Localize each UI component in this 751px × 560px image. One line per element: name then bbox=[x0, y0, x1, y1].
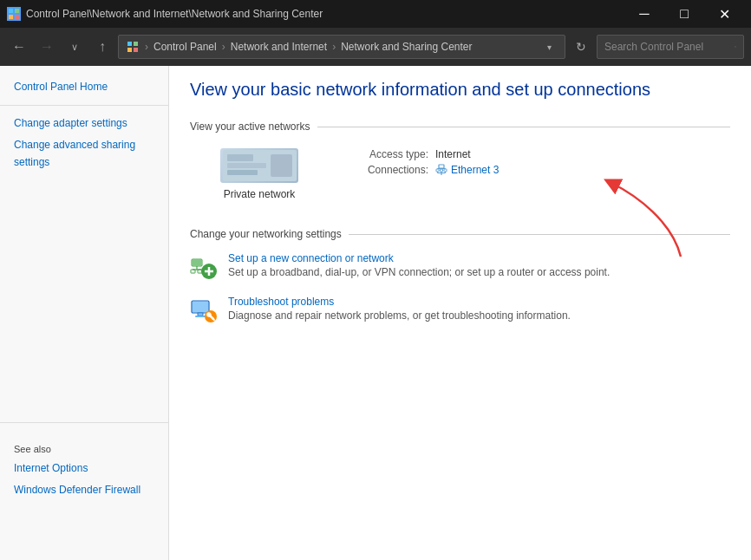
main-area: Control Panel Home Change adapter settin… bbox=[0, 66, 751, 560]
breadcrumb-cp: Control Panel bbox=[153, 41, 217, 53]
back-button[interactable]: ← bbox=[7, 35, 31, 59]
svg-rect-4 bbox=[127, 42, 132, 46]
svg-rect-31 bbox=[193, 260, 201, 265]
network-name: Private network bbox=[224, 188, 296, 200]
active-networks-header: View your active networks bbox=[190, 120, 730, 133]
svg-rect-0 bbox=[9, 9, 13, 13]
maximize-button[interactable]: □ bbox=[664, 0, 704, 28]
address-bar: ← → ∨ ↑ › Control Panel › Network and In… bbox=[0, 28, 751, 66]
network-icon-image bbox=[220, 148, 298, 183]
new-connection-icon-svg bbox=[190, 252, 218, 280]
dropdown-button[interactable]: ∨ bbox=[62, 35, 87, 59]
address-box[interactable]: › Control Panel › Network and Internet ›… bbox=[118, 35, 565, 59]
svg-rect-42 bbox=[195, 316, 206, 317]
breadcrumb-sep3: › bbox=[332, 41, 336, 53]
search-box[interactable] bbox=[597, 35, 744, 59]
svg-line-46 bbox=[212, 318, 214, 320]
troubleshoot-text: Troubleshoot problems Diagnose and repai… bbox=[228, 296, 571, 322]
troubleshoot-icon-svg bbox=[190, 296, 218, 323]
network-icon-area: Private network bbox=[190, 148, 346, 200]
troubleshoot-item: Troubleshoot problems Diagnose and repai… bbox=[190, 296, 730, 323]
page-title: View your basic network information and … bbox=[190, 80, 730, 107]
sidebar: Control Panel Home Change adapter settin… bbox=[0, 66, 169, 560]
svg-rect-15 bbox=[439, 165, 444, 168]
up-button[interactable]: ↑ bbox=[90, 35, 114, 59]
svg-rect-13 bbox=[227, 170, 258, 175]
sidebar-divider bbox=[0, 105, 168, 106]
change-settings-header: Change your networking settings bbox=[190, 228, 730, 240]
window-title: Control Panel\Network and Internet\Netwo… bbox=[26, 8, 624, 20]
minimize-button[interactable]: ─ bbox=[624, 0, 664, 28]
access-type-row: Access type: Internet bbox=[346, 148, 730, 160]
breadcrumb-sep1: › bbox=[145, 41, 148, 53]
troubleshoot-desc: Diagnose and repair network problems, or… bbox=[228, 309, 571, 322]
troubleshoot-icon-area bbox=[190, 296, 218, 323]
breadcrumb-sep2: › bbox=[222, 41, 225, 53]
address-chevron-button[interactable]: ▾ bbox=[540, 35, 558, 59]
svg-rect-41 bbox=[198, 313, 203, 316]
active-networks-label: View your active networks bbox=[190, 120, 310, 133]
sidebar-sharing-link[interactable]: Change advanced sharing settings bbox=[0, 134, 168, 173]
close-button[interactable]: ✕ bbox=[704, 0, 744, 28]
ethernet-icon bbox=[435, 164, 447, 176]
window-controls: ─ □ ✕ bbox=[624, 0, 744, 28]
access-type-label: Access type: bbox=[346, 148, 428, 160]
internet-options-link[interactable]: Internet Options bbox=[0, 458, 169, 479]
network-block: Private network Access type: Internet Co… bbox=[190, 141, 730, 207]
windows-defender-link[interactable]: Windows Defender Firewall bbox=[0, 479, 169, 501]
new-connection-icon bbox=[190, 252, 218, 280]
troubleshoot-link[interactable]: Troubleshoot problems bbox=[228, 296, 571, 308]
new-connection-link[interactable]: Set up a new connection or network bbox=[228, 252, 610, 264]
svg-rect-3 bbox=[15, 15, 19, 19]
network-info: Access type: Internet Connections: bbox=[346, 148, 730, 179]
svg-rect-11 bbox=[227, 154, 253, 161]
control-panel-icon bbox=[126, 40, 140, 54]
svg-point-8 bbox=[735, 46, 735, 47]
refresh-button[interactable]: ↻ bbox=[569, 35, 593, 59]
svg-rect-16 bbox=[436, 169, 439, 172]
svg-line-9 bbox=[735, 47, 736, 48]
svg-rect-1 bbox=[15, 9, 19, 13]
svg-rect-2 bbox=[9, 15, 13, 19]
svg-rect-6 bbox=[127, 48, 132, 52]
new-connection-item: Set up a new connection or network Set u… bbox=[190, 252, 730, 280]
svg-rect-37 bbox=[191, 270, 195, 273]
svg-rect-40 bbox=[193, 302, 208, 312]
search-input[interactable] bbox=[604, 41, 735, 53]
connections-label: Connections: bbox=[346, 164, 428, 176]
change-settings-label: Change your networking settings bbox=[190, 228, 342, 240]
sidebar-see-also-divider bbox=[0, 422, 169, 423]
svg-rect-12 bbox=[227, 163, 266, 168]
network-graphic bbox=[223, 150, 297, 181]
search-icon bbox=[735, 42, 736, 52]
sidebar-adapter-link[interactable]: Change adapter settings bbox=[0, 113, 168, 134]
content-area: View your basic network information and … bbox=[169, 66, 751, 560]
see-also-title: See also bbox=[0, 430, 169, 458]
title-bar: Control Panel\Network and Internet\Netwo… bbox=[0, 0, 751, 28]
app-icon bbox=[7, 7, 21, 21]
access-type-value: Internet bbox=[435, 148, 471, 160]
svg-rect-5 bbox=[134, 42, 138, 46]
svg-rect-7 bbox=[134, 48, 138, 52]
ethernet-link-text: Ethernet 3 bbox=[451, 164, 499, 176]
forward-button[interactable]: → bbox=[35, 35, 59, 59]
ethernet-link[interactable]: Ethernet 3 bbox=[435, 164, 499, 176]
svg-rect-18 bbox=[444, 169, 447, 172]
sidebar-see-also: See also Internet Options Windows Defend… bbox=[0, 408, 169, 508]
sidebar-home-link[interactable]: Control Panel Home bbox=[0, 76, 168, 98]
breadcrumb-ni: Network and Internet bbox=[231, 41, 327, 53]
connections-row: Connections: bbox=[346, 164, 730, 176]
new-connection-text: Set up a new connection or network Set u… bbox=[228, 252, 610, 278]
new-connection-desc: Set up a broadband, dial-up, or VPN conn… bbox=[228, 266, 610, 278]
breadcrumb-nsc: Network and Sharing Center bbox=[341, 41, 472, 53]
svg-rect-14 bbox=[271, 154, 292, 177]
